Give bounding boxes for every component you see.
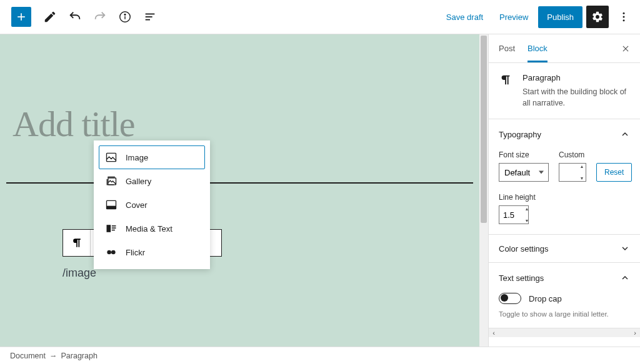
close-icon bbox=[621, 44, 630, 53]
svg-point-23 bbox=[111, 250, 116, 255]
color-settings-toggle[interactable]: Color settings bbox=[499, 243, 630, 253]
image-icon bbox=[104, 150, 118, 164]
drop-cap-toggle[interactable] bbox=[499, 293, 521, 304]
svg-rect-18 bbox=[107, 225, 111, 232]
chevron-up-icon bbox=[620, 129, 630, 139]
block-description: Start with the building block of all nar… bbox=[522, 86, 630, 109]
color-settings-panel: Color settings bbox=[489, 235, 640, 263]
paragraph-icon bbox=[71, 237, 83, 249]
line-height-label: Line height bbox=[499, 193, 630, 202]
tab-block[interactable]: Block bbox=[528, 35, 548, 62]
cover-icon bbox=[104, 198, 118, 212]
canvas-wrap: Add title Image bbox=[0, 34, 488, 347]
settings-sidebar: Post Block Paragraph Start with the buil… bbox=[488, 34, 640, 347]
text-settings-heading: Text settings bbox=[499, 273, 544, 283]
edit-mode-button[interactable] bbox=[39, 6, 61, 28]
settings-button[interactable] bbox=[586, 6, 609, 28]
toolbar-left-group bbox=[5, 6, 161, 28]
save-draft-button[interactable]: Save draft bbox=[440, 7, 489, 27]
svg-point-8 bbox=[623, 12, 625, 14]
typography-heading: Typography bbox=[499, 130, 541, 139]
publish-button[interactable]: Publish bbox=[538, 6, 582, 28]
scroll-right-arrow[interactable]: › bbox=[630, 329, 640, 337]
drop-cap-label: Drop cap bbox=[529, 294, 562, 303]
svg-point-4 bbox=[124, 14, 126, 15]
block-description-section: Paragraph Start with the building block … bbox=[489, 63, 640, 119]
svg-rect-14 bbox=[107, 153, 116, 161]
inserter-item-image[interactable]: Image bbox=[99, 145, 205, 169]
svg-rect-17 bbox=[107, 206, 116, 209]
redo-button[interactable] bbox=[89, 6, 111, 28]
svg-rect-20 bbox=[112, 227, 116, 229]
chevron-down-icon bbox=[620, 243, 630, 253]
breadcrumb-paragraph[interactable]: Paragraph bbox=[61, 352, 97, 360]
toolbar-right-group: Save draft Preview Publish bbox=[440, 6, 635, 28]
inserter-item-label: Gallery bbox=[126, 177, 151, 186]
text-settings-panel: Text settings Drop cap Toggle to show a … bbox=[489, 263, 640, 328]
list-view-icon bbox=[143, 10, 157, 24]
paragraph-slash-input[interactable]: /image bbox=[62, 267, 96, 280]
svg-point-10 bbox=[623, 19, 625, 21]
inserter-item-cover[interactable]: Cover bbox=[99, 193, 205, 217]
block-name: Paragraph bbox=[522, 73, 630, 82]
svg-point-9 bbox=[623, 16, 625, 18]
preview-button[interactable]: Preview bbox=[493, 7, 534, 27]
top-toolbar: Save draft Preview Publish bbox=[0, 0, 640, 34]
inserter-item-flickr[interactable]: Flickr bbox=[99, 240, 205, 264]
quick-inserter-popover: Image Gallery Cover bbox=[94, 140, 210, 269]
typography-panel: Typography Font size Default Custom bbox=[489, 119, 640, 235]
main-area: Add title Image bbox=[0, 34, 640, 347]
breadcrumb-footer: Document → Paragraph bbox=[0, 347, 640, 364]
close-sidebar-button[interactable] bbox=[621, 44, 630, 53]
outline-button[interactable] bbox=[139, 6, 161, 28]
plus-icon bbox=[15, 11, 28, 23]
chevron-up-icon bbox=[620, 273, 630, 283]
breadcrumb-separator: → bbox=[49, 352, 58, 360]
more-menu-button[interactable] bbox=[612, 6, 635, 28]
color-settings-heading: Color settings bbox=[499, 244, 548, 253]
text-settings-toggle[interactable]: Text settings bbox=[499, 273, 630, 283]
inserter-item-label: Cover bbox=[126, 200, 148, 210]
reset-font-button[interactable]: Reset bbox=[596, 163, 632, 182]
font-size-label: Font size bbox=[499, 150, 549, 159]
inserter-item-label: Flickr bbox=[126, 248, 145, 257]
gear-icon bbox=[591, 11, 604, 23]
inserter-item-media-text[interactable]: Media & Text bbox=[99, 217, 205, 240]
drop-cap-hint: Toggle to show a large initial letter. bbox=[499, 310, 630, 318]
kebab-icon bbox=[618, 11, 630, 23]
info-icon bbox=[118, 10, 132, 24]
font-size-select[interactable]: Default bbox=[499, 163, 549, 182]
media-text-icon bbox=[104, 222, 118, 235]
editor-canvas[interactable]: Add title Image bbox=[0, 34, 479, 347]
custom-font-label: Custom bbox=[559, 150, 586, 159]
info-button[interactable] bbox=[114, 6, 136, 28]
svg-point-22 bbox=[107, 250, 111, 255]
svg-rect-19 bbox=[112, 225, 116, 227]
sidebar-tabs: Post Block bbox=[489, 34, 640, 63]
block-type-button[interactable] bbox=[63, 230, 91, 256]
add-block-button[interactable] bbox=[11, 7, 31, 27]
svg-rect-21 bbox=[112, 230, 115, 231]
inserter-item-label: Media & Text bbox=[126, 224, 172, 234]
redo-icon bbox=[93, 10, 107, 24]
inserter-item-label: Image bbox=[126, 153, 148, 162]
tab-post[interactable]: Post bbox=[499, 35, 515, 62]
gallery-icon bbox=[104, 174, 118, 188]
typography-toggle[interactable]: Typography bbox=[499, 129, 630, 139]
undo-icon bbox=[68, 10, 82, 24]
sidebar-horizontal-scrollbar[interactable]: ‹ › bbox=[489, 328, 640, 337]
scroll-left-arrow[interactable]: ‹ bbox=[489, 329, 499, 337]
title-separator bbox=[6, 182, 473, 184]
breadcrumb-document[interactable]: Document bbox=[10, 352, 46, 360]
flickr-icon bbox=[104, 245, 118, 259]
paragraph-icon bbox=[499, 73, 512, 109]
post-title-placeholder[interactable]: Add title bbox=[0, 34, 479, 145]
undo-button[interactable] bbox=[64, 6, 86, 28]
pencil-icon bbox=[43, 10, 57, 24]
canvas-scrollbar[interactable] bbox=[479, 34, 488, 347]
inserter-item-gallery[interactable]: Gallery bbox=[99, 169, 205, 193]
